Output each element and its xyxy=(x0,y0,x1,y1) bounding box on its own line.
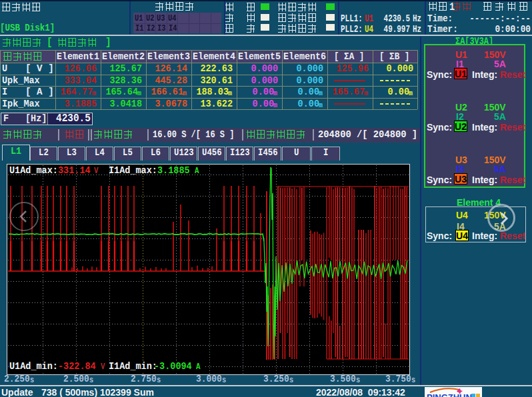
svg-text:PINGZHUN: PINGZHUN xyxy=(427,392,472,397)
